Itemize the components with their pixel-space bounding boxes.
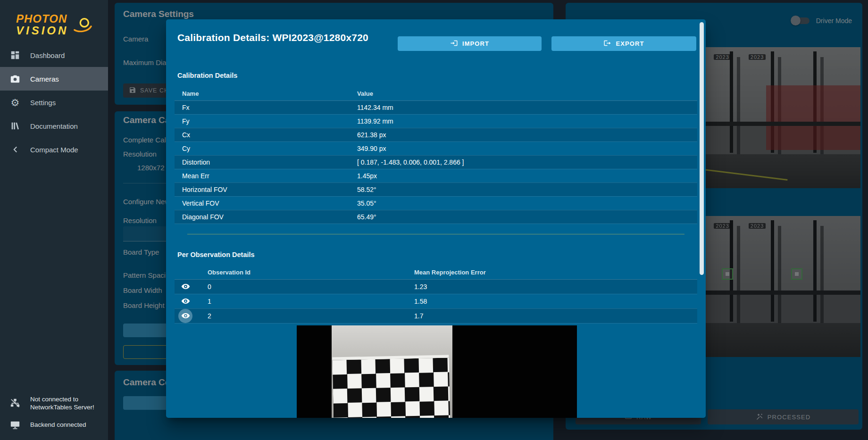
- calibration-row: Cx 621.38 px: [175, 128, 697, 141]
- sidebar-item-documentation[interactable]: Documentation: [0, 114, 108, 138]
- per-observation-table: Observation Id Mean Reprojection Error: [175, 266, 697, 324]
- backend-monitor-icon: [9, 419, 21, 431]
- sidebar-item-settings[interactable]: ⚙ Settings: [0, 91, 108, 114]
- cell-value: 1139.92 mm: [350, 114, 697, 128]
- sidebar-item-label: Settings: [30, 99, 56, 107]
- cell-observation-id: 2: [200, 308, 407, 323]
- per-observation-section-label: Per Observation Details: [177, 251, 255, 258]
- photonvision-app: PHOTON VISION Dashboard Cameras: [0, 0, 868, 440]
- calibration-row: Distortion [ 0.187, -1.483, 0.006, 0.001…: [175, 155, 697, 169]
- sidebar-item-label: Documentation: [30, 122, 78, 130]
- import-button-label: IMPORT: [462, 40, 489, 47]
- cell-name: Distortion: [175, 155, 350, 169]
- column-header-observation-id: Observation Id: [200, 266, 407, 279]
- sidebar-item-dashboard[interactable]: Dashboard: [0, 43, 108, 67]
- calibration-row: Cy 349.90 px: [175, 141, 697, 155]
- networktables-status: Not connected to NetworkTables Server!: [0, 391, 108, 415]
- cell-value: 621.38 px: [350, 128, 697, 141]
- cell-value: 65.49°: [350, 210, 697, 224]
- toggle-observation-visibility-button[interactable]: [178, 294, 192, 308]
- sidebar-nav: Dashboard Cameras ⚙ Settings Documentati…: [0, 43, 108, 161]
- section-divider: [187, 234, 684, 234]
- cell-name: Cx: [175, 128, 350, 141]
- logo-photon-text: PHOTON: [16, 13, 68, 25]
- cell-value: [ 0.187, -1.483, 0.006, 0.001, 2.866 ]: [350, 155, 697, 169]
- networktables-status-text: Not connected to NetworkTables Server!: [30, 395, 96, 412]
- export-icon: [603, 39, 611, 49]
- export-button[interactable]: EXPORT: [551, 36, 696, 51]
- backend-status: Backend connected: [0, 415, 108, 434]
- cell-value: 35.05°: [350, 196, 697, 210]
- sidebar-item-label: Cameras: [30, 75, 59, 83]
- photonvision-logo: PHOTON VISION: [0, 0, 108, 41]
- cell-name: Mean Err: [175, 169, 350, 183]
- cell-visibility: [175, 279, 200, 294]
- toggle-observation-visibility-button[interactable]: [178, 280, 192, 294]
- cell-name: Diagonal FOV: [175, 210, 350, 224]
- calibration-row: Horizontal FOV 58.52°: [175, 183, 697, 196]
- modal-title: Calibration Details: WPI2023@1280x720: [177, 32, 368, 43]
- toggle-observation-visibility-button[interactable]: [178, 309, 192, 323]
- observation-table-header: Observation Id Mean Reprojection Error: [175, 266, 697, 279]
- column-header-value: Value: [350, 87, 697, 100]
- sidebar-item-compact-mode[interactable]: Compact Mode: [0, 138, 108, 161]
- backend-status-text: Backend connected: [30, 421, 86, 429]
- sidebar-item-label: Compact Mode: [30, 146, 78, 154]
- calibration-row: Vertical FOV 35.05°: [175, 196, 697, 210]
- network-disconnected-icon: [9, 398, 21, 409]
- logo-camera-swoosh-icon: [72, 15, 93, 34]
- calibration-table-header: Name Value: [175, 87, 697, 100]
- calibration-row: Fy 1139.92 mm: [175, 114, 697, 128]
- modal-scrollbar-thumb[interactable]: [700, 22, 704, 275]
- cell-name: Fy: [175, 114, 350, 128]
- cell-observation-id: 1: [200, 294, 407, 308]
- column-header-visibility: [175, 266, 200, 279]
- sidebar-status: Not connected to NetworkTables Server! B…: [0, 391, 108, 434]
- cell-value: 58.52°: [350, 183, 697, 196]
- observation-row: 1 1.58: [175, 294, 697, 308]
- cell-reprojection-error: 1.58: [407, 294, 697, 308]
- calibration-row: Mean Err 1.45px: [175, 169, 697, 183]
- snapshot-checkerboard: [333, 355, 451, 418]
- sidebar-item-label: Dashboard: [30, 51, 65, 59]
- eye-icon: [181, 282, 190, 291]
- column-header-name: Name: [175, 87, 350, 100]
- eye-icon: [181, 311, 190, 320]
- calibration-details-section-label: Calibration Details: [177, 72, 237, 79]
- export-button-label: EXPORT: [616, 40, 644, 47]
- calibration-snapshot-image: [297, 325, 577, 418]
- column-header-reprojection-error: Mean Reprojection Error: [407, 266, 697, 279]
- calibration-details-modal: Calibration Details: WPI2023@1280x720 IM…: [166, 19, 706, 418]
- camera-icon: [9, 73, 21, 84]
- eye-icon: [181, 297, 190, 306]
- import-icon: [450, 39, 458, 49]
- cell-value: 349.90 px: [350, 141, 697, 155]
- cell-observation-id: 0: [200, 279, 407, 294]
- cell-value: 1.45px: [350, 169, 697, 183]
- sidebar: PHOTON VISION Dashboard Cameras: [0, 0, 108, 440]
- observation-row: 2 1.7: [175, 308, 697, 323]
- cell-visibility: [175, 308, 200, 323]
- cell-value: 1142.34 mm: [350, 100, 697, 114]
- cell-reprojection-error: 1.23: [407, 279, 697, 294]
- calibration-row: Diagonal FOV 65.49°: [175, 210, 697, 224]
- cell-reprojection-error: 1.7: [407, 308, 697, 323]
- calibration-row: Fx 1142.34 mm: [175, 100, 697, 114]
- observation-row: 0 1.23: [175, 279, 697, 294]
- gear-icon: ⚙: [9, 97, 21, 108]
- sidebar-item-cameras[interactable]: Cameras: [0, 67, 108, 91]
- cell-name: Fx: [175, 100, 350, 114]
- dashboard-icon: [9, 50, 21, 61]
- calibration-details-table: Name Value Fx 1142.34 mm Fy 1139.: [175, 87, 697, 224]
- documentation-icon: [9, 120, 21, 132]
- chevron-left-icon: [9, 144, 21, 155]
- cell-name: Vertical FOV: [175, 196, 350, 210]
- cell-name: Cy: [175, 141, 350, 155]
- cell-visibility: [175, 294, 200, 308]
- cell-name: Horizontal FOV: [175, 183, 350, 196]
- import-button[interactable]: IMPORT: [398, 36, 542, 51]
- logo-vision-text: VISION: [16, 25, 68, 36]
